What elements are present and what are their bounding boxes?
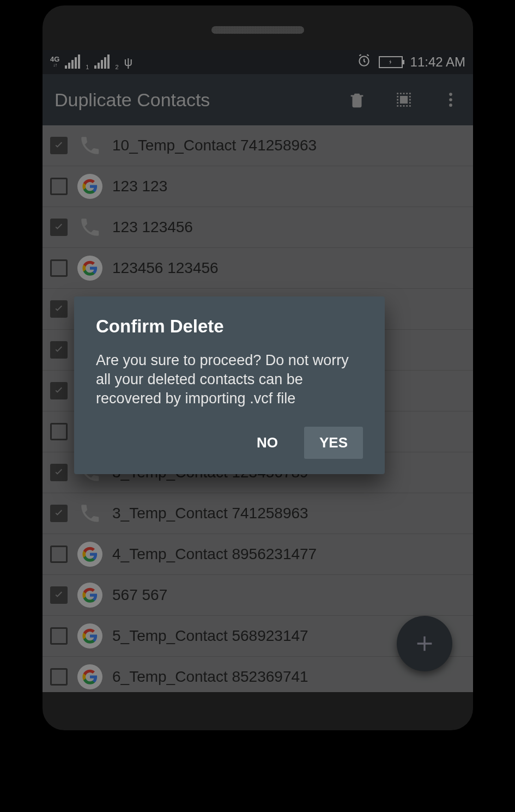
device-speaker: [211, 26, 304, 34]
screen: 4G↓↑ 1 2 ψ 11:42 AM Duplicate Contacts: [43, 50, 473, 692]
dialog-no-button[interactable]: NO: [241, 427, 293, 459]
dialog-message: Are you sure to proceed? Do not worry al…: [96, 351, 363, 408]
dialog-title: Confirm Delete: [96, 316, 363, 337]
device-frame: 4G↓↑ 1 2 ψ 11:42 AM Duplicate Contacts: [43, 5, 473, 730]
confirm-delete-dialog: Confirm Delete Are you sure to proceed? …: [74, 296, 385, 474]
dialog-yes-button[interactable]: YES: [304, 427, 363, 459]
